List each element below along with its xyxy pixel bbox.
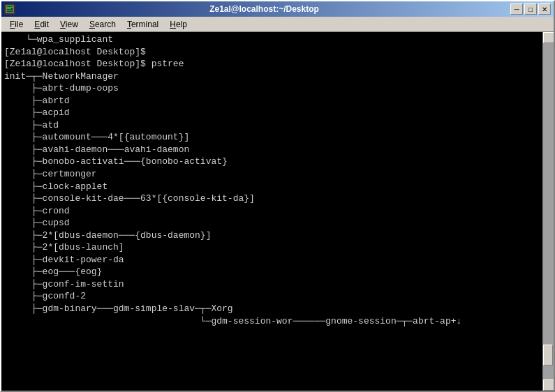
close-button[interactable]: ✕ [538,3,551,15]
menu-bar: File Edit View Search Terminal Help [1,17,554,32]
window-controls: ─ □ ✕ [510,3,551,15]
menu-file[interactable]: File [4,18,29,31]
window-title: Ze1al@localhost:~/Desktop [18,4,510,14]
svg-rect-3 [7,10,12,10]
terminal-window: Ze1al@localhost:~/Desktop ─ □ ✕ File Edi… [0,0,555,392]
scroll-down-button[interactable]: ▼ [543,379,554,391]
scrollbar: ▲ ▼ [542,32,554,391]
title-bar: Ze1al@localhost:~/Desktop ─ □ ✕ [1,1,554,17]
scroll-thumb[interactable] [543,345,553,365]
menu-search[interactable]: Search [84,18,121,31]
svg-rect-1 [7,7,13,8]
terminal-area[interactable]: └─wpa_supplicant [Ze1al@localhost Deskto… [1,32,554,391]
menu-edit[interactable]: Edit [29,18,54,31]
window-icon [4,3,15,15]
menu-help[interactable]: Help [164,18,193,31]
maximize-button[interactable]: □ [524,3,537,15]
scroll-up-button[interactable]: ▲ [543,32,554,43]
terminal-output: └─wpa_supplicant [Ze1al@localhost Deskto… [1,32,542,391]
scroll-track[interactable] [543,43,554,379]
svg-rect-2 [7,8,11,9]
menu-terminal[interactable]: Terminal [121,18,164,31]
menu-view[interactable]: View [54,18,84,31]
minimize-button[interactable]: ─ [510,3,523,15]
